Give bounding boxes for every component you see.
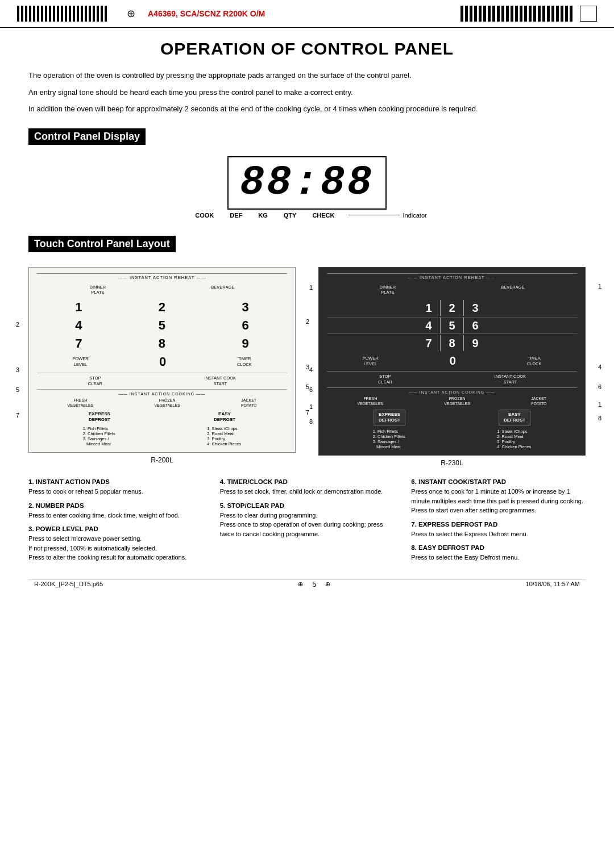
- display-digits: 88:88: [227, 156, 387, 210]
- intro-para-2: An entry signal tone should be heard eac…: [28, 87, 586, 98]
- panel-label-left: R-200L: [28, 456, 296, 464]
- annot-left-7: 7: [16, 412, 19, 419]
- section-header-display: Control Panel Display: [28, 128, 146, 145]
- desc-item-8: 8. EASY DEFROST PAD Press to select the …: [411, 544, 586, 562]
- desc-body-1: Press to cook or reheat 5 popular menus.: [28, 487, 203, 496]
- panel-zero-right: 0: [450, 354, 456, 368]
- panel-power-row-left: POWERLEVEL 0 TIMERCLOCK: [37, 354, 287, 369]
- panel-nums-row2-right: 4 5 6: [327, 317, 577, 334]
- intro-para-3: In addition the oven will beep for appro…: [28, 103, 586, 115]
- panel-row-top-right: DINNERPLATE BEVERAGE: [327, 285, 577, 296]
- panel-num-1-left: 1: [68, 300, 89, 315]
- annot-right2-1: 1: [598, 283, 601, 290]
- panel-defrost-row-left: EXPRESSDEFROST EASYDEFROST: [37, 411, 287, 423]
- panel-express-defrost-left: EXPRESSDEFROST: [89, 411, 110, 423]
- panel-defrost-lists-left: 1. Fish Fillets 2. Chicken Fillets 3. Sa…: [37, 426, 287, 446]
- touch-panel-section: Touch Control Panel Layout 1 2 3 4 5 6 1…: [28, 228, 586, 468]
- desc-title-7: 7. EXPRESS DEFROST PAD: [411, 521, 586, 528]
- desc-item-7: 7. EXPRESS DEFROST PAD Press to select t…: [411, 521, 586, 539]
- desc-body-5: Press to clear during programming.Press …: [220, 511, 395, 539]
- annot-left2-2: 2: [306, 318, 309, 325]
- panel-diagram-right: —— INSTANT ACTION REHEAT —— DINNERPLATE …: [318, 267, 586, 456]
- panel-stop-row-right: STOPCLEAR INSTANT COOKSTART: [327, 374, 577, 385]
- page-title: OPERATION OF CONTROL PANEL: [28, 39, 586, 59]
- panel-diagram-left: —— INSTANT ACTION REHEAT —— DINNERPLATE …: [28, 267, 296, 453]
- panel-fresh-veg-right: FRESHVEGETABLES: [357, 396, 383, 406]
- annot-right-1b: 1: [309, 403, 313, 410]
- panel-label-right: R-230L: [318, 459, 586, 467]
- panel-num-6-left: 6: [235, 318, 256, 333]
- panel-cooking-row-right: FRESHVEGETABLES FROZENVEGETABLES JACKETP…: [327, 396, 577, 406]
- desc-title-6: 6. INSTANT COOK/START PAD: [411, 478, 586, 485]
- annot-right-4: 4: [309, 366, 313, 373]
- footer-center-area: ⊕ 5 ⊕: [298, 580, 330, 589]
- panel-num-9-right: 9: [464, 337, 487, 350]
- desc-title-8: 8. EASY DEFROST PAD: [411, 544, 586, 551]
- footer-right: 10/18/06, 11:57 AM: [526, 581, 580, 587]
- desc-col1: 1. INSTANT ACTION PADS Press to cook or …: [28, 478, 203, 568]
- display-label-kg: KG: [258, 212, 268, 219]
- display-labels: COOK DEF KG QTY CHECK Indicator: [28, 212, 586, 219]
- panel-wrapper-right: 1 2 3 4 5 6 1 7 8 —— INSTANT ACTION REHE…: [318, 267, 586, 468]
- panel-nums-row2-left: 4 5 6: [37, 318, 287, 333]
- desc-title-3: 3. POWER LEVEL PAD: [28, 525, 203, 532]
- panel-nums-row1-left: 1 2 3: [37, 300, 287, 315]
- panel-num-6-right: 6: [464, 319, 487, 332]
- desc-body-2: Press to enter cooking time, clock time,…: [28, 511, 203, 520]
- desc-title-2: 2. NUMBER PADS: [28, 502, 203, 509]
- panel-num-7-right: 7: [417, 337, 440, 350]
- annot-right-6: 6: [309, 386, 313, 393]
- panel-num-2-right: 2: [441, 302, 463, 315]
- instant-reheat-label-left: —— INSTANT ACTION REHEAT ——: [37, 273, 287, 280]
- desc-item-5: 5. STOP/CLEAR PAD Press to clear during …: [220, 502, 395, 539]
- panel-num-7-left: 7: [68, 336, 89, 351]
- annot-left-5: 5: [16, 386, 19, 393]
- panel-defrost-row-right: EXPRESSDEFROST EASYDEFROST: [327, 410, 577, 426]
- panel-num-5-left: 5: [151, 318, 173, 333]
- panel-instant-cook-left: INSTANT COOKSTART: [205, 375, 237, 387]
- panel-num-2-left: 2: [151, 300, 173, 315]
- panel-beverage-right: BEVERAGE: [501, 285, 524, 296]
- annot-right2-1b: 1: [598, 401, 601, 408]
- annot-left2-5: 5: [306, 383, 309, 390]
- panel-dinner-plate-left: DINNERPLATE: [89, 285, 106, 296]
- display-label-check: CHECK: [312, 212, 334, 219]
- annot-left-2: 2: [16, 321, 19, 328]
- barcode-right: [460, 6, 574, 22]
- panel-instant-cook-right: INSTANT COOKSTART: [495, 374, 526, 385]
- desc-body-3: Press to select microwave power setting.…: [28, 534, 203, 562]
- desc-body-6: Press once to cook for 1 minute at 100% …: [411, 487, 586, 515]
- panel-num-4-left: 4: [68, 318, 89, 333]
- annot-left2-3: 3: [306, 364, 309, 370]
- panel-timer-clock-right: TIMERCLOCK: [527, 356, 542, 367]
- defrost-list-left-col1: 1. Fish Fillets 2. Chicken Fillets 3. Sa…: [83, 426, 115, 446]
- panel-easy-defrost-left: EASYDEFROST: [214, 411, 235, 423]
- panel-num-5-right: 5: [441, 319, 463, 332]
- panel-stop-clear-right: STOPCLEAR: [378, 374, 392, 385]
- panel-beverage-left: BEVERAGE: [211, 285, 234, 296]
- desc-item-2: 2. NUMBER PADS Press to enter cooking ti…: [28, 502, 203, 520]
- panel-num-4-right: 4: [417, 319, 440, 332]
- desc-col3: 6. INSTANT COOK/START PAD Press once to …: [411, 478, 586, 568]
- panel-power-level-right: POWERLEVEL: [362, 356, 378, 367]
- desc-body-4: Press to set clock, timer, child lock or…: [220, 487, 395, 496]
- panels-outer: 1 2 3 4 5 6 1 7 8 —— INSTANT ACTION REHE…: [28, 267, 586, 468]
- annot-right2-4: 4: [598, 364, 601, 370]
- panel-wrapper-left: 1 2 3 4 5 6 1 7 8 —— INSTANT ACTION REHE…: [28, 267, 296, 465]
- barcode-left: [17, 6, 108, 22]
- page-footer: R-200K_[P2-5]_DT5.p65 ⊕ 5 ⊕ 10/18/06, 11…: [28, 579, 586, 589]
- corner-box: [580, 6, 597, 22]
- section-header-touch: Touch Control Panel Layout: [28, 236, 176, 252]
- panel-stop-clear-left: STOPCLEAR: [88, 375, 102, 387]
- instant-cooking-label-left: —— INSTANT ACTION COOKING ——: [37, 392, 287, 396]
- panel-num-8-left: 8: [151, 336, 173, 351]
- display-label-cook: COOK: [195, 212, 214, 219]
- display-label-qty: QTY: [284, 212, 297, 219]
- panel-fresh-veg-left: FRESHVEGETABLES: [67, 398, 93, 408]
- panel-frozen-veg-left: FROZENVEGETABLES: [154, 398, 180, 408]
- panel-nums-row3-right: 7 8 9: [327, 335, 577, 351]
- panel-num-8-right: 8: [441, 337, 463, 350]
- panel-jacket-potato-left: JACKETPOTATO: [241, 398, 257, 408]
- intro-para-1: The operation of the oven is controlled …: [28, 70, 586, 81]
- panel-num-9-left: 9: [235, 336, 256, 351]
